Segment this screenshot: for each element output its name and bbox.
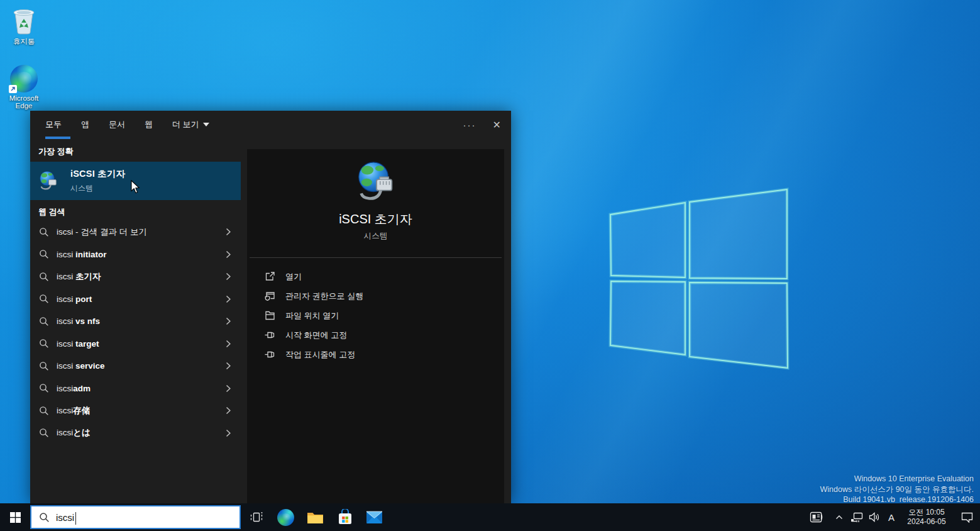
recycle-bin-shortcut[interactable]: 휴지통: [1, 5, 47, 47]
microsoft-store-icon: [337, 509, 353, 526]
action-open-label: 열기: [285, 271, 302, 282]
windows-logo-wallpaper: [603, 182, 792, 377]
tab-apps[interactable]: 앱: [81, 119, 89, 130]
chevron-right-icon: [224, 228, 232, 236]
edge-icon: [10, 65, 38, 92]
chevron-right-icon: [224, 340, 232, 348]
search-icon: [39, 294, 49, 304]
suggestion-label: iscsiとは: [57, 427, 91, 439]
search-flyout-panel: iSCSI 초기자 시스템 열기 관리자 권한으로 실행: [30, 111, 511, 503]
speaker-icon: [869, 512, 880, 522]
edge-shortcut[interactable]: Microsoft Edge: [1, 65, 47, 109]
network-status-button[interactable]: [848, 503, 866, 531]
pin-to-start-icon: [264, 329, 276, 341]
taskbar-app-buttons: [241, 503, 389, 531]
action-run-as-admin[interactable]: 관리자 권한으로 실행: [247, 286, 504, 306]
action-open[interactable]: 열기: [247, 267, 504, 286]
task-view-icon: [250, 511, 263, 523]
suggestion-iscsi-cuncu[interactable]: iscsi存储: [30, 400, 241, 422]
microsoft-store-button[interactable]: [330, 503, 360, 531]
search-icon: [39, 512, 50, 523]
suggestion-label: iscsiadm: [57, 384, 91, 393]
web-search-list: iscsi - 검색 결과 더 보기 iscsi initiator iscsi…: [30, 221, 241, 444]
file-explorer-button[interactable]: [300, 503, 330, 531]
windows-desktop: 휴지통 Microsoft Edge Windows 10 Enterprise…: [0, 0, 980, 531]
suggestion-label: iscsi - 검색 결과 더 보기: [57, 226, 147, 238]
action-open-file-location[interactable]: 파일 위치 열기: [247, 306, 504, 325]
suggestion-iscsi-initiator[interactable]: iscsi initiator: [30, 243, 241, 266]
action-pin-to-start[interactable]: 시작 화면에 고정: [247, 325, 504, 345]
start-button[interactable]: [0, 503, 30, 531]
clock-time: 오전 10:05: [903, 508, 950, 517]
best-match-header: 가장 정확: [38, 146, 74, 157]
suggestion-iscsi-chogija[interactable]: iscsi 초기자: [30, 266, 241, 288]
system-tray: A 오전 10:05 2024-06-05: [803, 503, 980, 531]
taskbar-search-box[interactable]: [30, 505, 241, 529]
suggestion-iscsi-port[interactable]: iscsi port: [30, 288, 241, 311]
action-pin-to-taskbar-label: 작업 표시줄에 고정: [285, 349, 355, 361]
action-center-icon: [961, 512, 973, 523]
volume-button[interactable]: [866, 503, 883, 531]
action-pin-to-taskbar[interactable]: 작업 표시줄에 고정: [247, 345, 504, 364]
chevron-down-icon: [203, 123, 209, 126]
iscsi-initiator-icon-large: [354, 159, 398, 204]
search-icon: [39, 338, 49, 349]
suggestion-see-more[interactable]: iscsi - 검색 결과 더 보기: [30, 221, 241, 243]
clock-date: 2024-06-05: [903, 517, 950, 527]
chevron-right-icon: [224, 317, 232, 325]
active-tab-underline: [45, 137, 70, 139]
search-preview-pane: iSCSI 초기자 시스템 열기 관리자 권한으로 실행: [247, 149, 504, 503]
chevron-right-icon: [224, 272, 232, 281]
best-match-title: iSCSI 초기자: [70, 168, 125, 180]
watermark-line2: Windows 라이선스가 90일 동안 유효합니다.: [820, 484, 974, 495]
mail-button[interactable]: [360, 503, 389, 531]
newspaper-icon: [810, 511, 823, 523]
tab-documents[interactable]: 문서: [109, 119, 125, 130]
show-hidden-icons-button[interactable]: [830, 503, 848, 531]
search-icon: [39, 227, 49, 237]
search-icon: [39, 272, 49, 282]
recycle-bin-icon: [11, 5, 37, 35]
chevron-right-icon: [224, 406, 232, 415]
search-icon: [39, 361, 49, 371]
tab-all[interactable]: 모두: [45, 119, 62, 130]
chevron-right-icon: [224, 384, 232, 393]
run-as-admin-icon: [264, 290, 276, 302]
suggestion-label: iscsi target: [57, 339, 99, 349]
best-match-subtitle: 시스템: [70, 183, 125, 194]
edge-taskbar-button[interactable]: [271, 503, 300, 531]
close-button[interactable]: ✕: [493, 119, 501, 131]
news-widgets-button[interactable]: [803, 503, 830, 531]
search-icon: [39, 249, 49, 259]
chevron-right-icon: [224, 295, 232, 303]
tab-web[interactable]: 웹: [145, 119, 153, 130]
taskbar-clock[interactable]: 오전 10:05 2024-06-05: [903, 508, 950, 527]
suggestion-iscsi-towa[interactable]: iscsiとは: [30, 422, 241, 445]
action-center-button[interactable]: [954, 503, 980, 531]
task-view-button[interactable]: [241, 503, 271, 531]
action-open-file-location-label: 파일 위치 열기: [285, 310, 339, 321]
tab-more[interactable]: 더 보기: [172, 119, 209, 130]
file-location-icon: [264, 310, 276, 321]
suggestion-iscsi-vs-nfs[interactable]: iscsi vs nfs: [30, 310, 241, 333]
suggestion-iscsi-service[interactable]: iscsi service: [30, 355, 241, 377]
taskbar: A 오전 10:05 2024-06-05: [0, 503, 980, 531]
preview-divider: [250, 257, 502, 258]
windows-start-icon: [10, 512, 21, 523]
suggestion-iscsi-target[interactable]: iscsi target: [30, 333, 241, 355]
suggestion-iscsiadm[interactable]: iscsiadm: [30, 377, 241, 400]
evaluation-watermark: Windows 10 Enterprise Evaluation Windows…: [820, 474, 974, 505]
web-search-header: 웹 검색: [38, 206, 65, 218]
ime-indicator[interactable]: A: [883, 503, 900, 531]
more-options-button[interactable]: ···: [463, 120, 476, 131]
search-input[interactable]: [56, 512, 207, 523]
recycle-bin-label: 휴지통: [13, 38, 35, 45]
suggestion-label: iscsi port: [57, 294, 92, 304]
suggestion-label: iscsi vs nfs: [57, 316, 100, 326]
chevron-right-icon: [224, 362, 232, 370]
preview-actions: 열기 관리자 권한으로 실행 파일 위치 열기: [247, 267, 504, 364]
shortcut-arrow-icon: [9, 85, 17, 93]
text-caret: [75, 512, 76, 525]
search-icon: [39, 428, 49, 438]
edge-label-line1: Microsoft: [9, 94, 39, 102]
